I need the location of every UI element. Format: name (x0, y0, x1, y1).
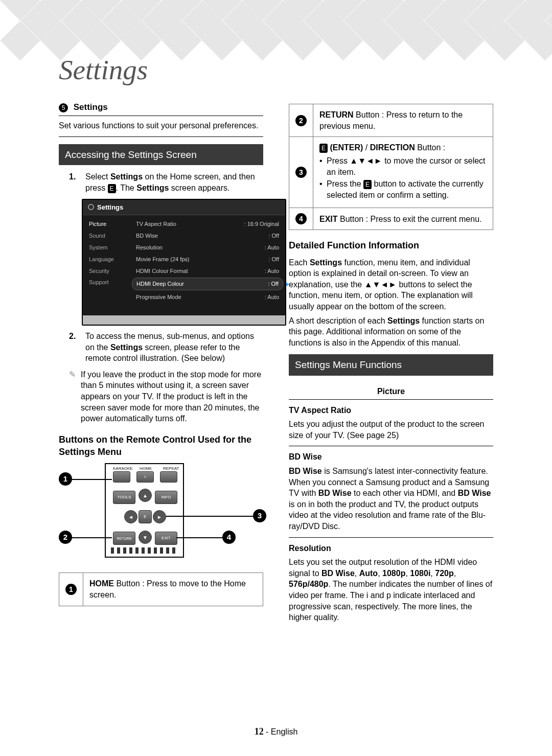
settings-screen-mock: Settings PictureSoundSystemLanguageSecur… (82, 199, 286, 326)
callout-1: 1 (59, 472, 72, 486)
settings-row: Movie Frame (24 fps): Off (136, 254, 279, 265)
enter-icon: E (108, 184, 116, 193)
down-button: ▼ (139, 531, 152, 544)
settings-sidebar-item: Sound (83, 230, 134, 242)
settings-sidebar-item: Picture (83, 218, 134, 230)
settings-heading: 5 Settings (59, 102, 263, 116)
resolution-body: Lets you set the output resolution of th… (289, 557, 493, 623)
bdwise-title: BD Wise (289, 451, 493, 463)
repeat-button (160, 471, 177, 483)
left-column: 5 Settings Set various functions to suit… (59, 102, 263, 626)
home-button: ⌂ (136, 471, 154, 483)
settings-desc: Set various functions to suit your perso… (59, 120, 263, 131)
decorative-diamond-bottom (0, 690, 552, 756)
remote-diagram: KARAOKE HOME REPEAT ⌂ TOOLS INFO ◄ ► E ▲… (59, 463, 263, 565)
settings-row: HDMI Colour Format: Auto (136, 265, 279, 277)
tv-aspect-body: Lets you adjust the output of the produc… (289, 419, 493, 441)
tools-button: TOOLS (113, 491, 135, 504)
button-desc-table-right: 2 RETURN Button : Press to return to the… (289, 104, 493, 230)
callout-3: 3 (253, 509, 266, 522)
settings-sidebar-item: Security (83, 265, 134, 277)
detail-info-title: Detailed Function Information (289, 239, 493, 251)
page-title: Settings (0, 0, 552, 89)
settings-row: Resolution: Auto (136, 242, 279, 254)
remote-section-title: Buttons on the Remote Control Used for t… (59, 433, 263, 459)
tv-aspect-title: TV Aspect Ratio (289, 405, 493, 416)
settings-sidebar-item: System (83, 242, 134, 254)
enter-icon: E (363, 180, 372, 189)
right-column: 2 RETURN Button : Press to return to the… (289, 102, 493, 626)
callout-2: 2 (59, 531, 72, 544)
resolution-title: Resolution (289, 543, 493, 554)
step-1: 1. Select Settings on the Home screen, a… (69, 171, 263, 193)
step-2: 2. To access the menus, sub-menus, and o… (69, 331, 263, 364)
settings-circled-number: 5 (59, 103, 68, 112)
settings-sidebar-item: Support (83, 277, 134, 288)
enter-center-button: E (139, 510, 152, 523)
button-desc-table-left: 1 HOME Button : Press to move to the Hom… (59, 572, 263, 606)
right-button: ► (153, 510, 166, 523)
note-icon: ✎ (69, 369, 76, 424)
settings-screen-title: Settings (97, 203, 123, 212)
picture-category: Picture (289, 382, 493, 400)
menu-functions-header: Settings Menu Functions (289, 354, 493, 376)
up-button: ▲ (139, 489, 152, 502)
note-screensaver: ✎ If you leave the product in the stop m… (69, 369, 263, 424)
exit-button: EXIT (155, 532, 177, 545)
karaoke-button (113, 471, 130, 483)
gear-icon (88, 204, 94, 210)
settings-label: Settings (74, 102, 108, 112)
bdwise-body: BD Wise is Samsung's latest inter-connec… (289, 466, 493, 532)
settings-row: Progressive Mode: Auto (136, 291, 279, 303)
page-footer: 12 - English (0, 725, 552, 738)
settings-row: TV Aspect Ratio: 16:9 Original (136, 218, 279, 230)
info-button: INFO (155, 491, 177, 504)
left-button: ◄ (124, 510, 137, 523)
settings-sidebar-item: Language (83, 254, 134, 265)
callout-4: 4 (222, 531, 236, 544)
enter-icon: E (319, 144, 328, 153)
settings-row: HDMI Deep Colour: Off (132, 278, 283, 290)
return-button: RETURN (113, 532, 135, 545)
accessing-header: Accessing the Settings Screen (59, 144, 263, 166)
settings-row: BD Wise: Off (136, 230, 279, 242)
